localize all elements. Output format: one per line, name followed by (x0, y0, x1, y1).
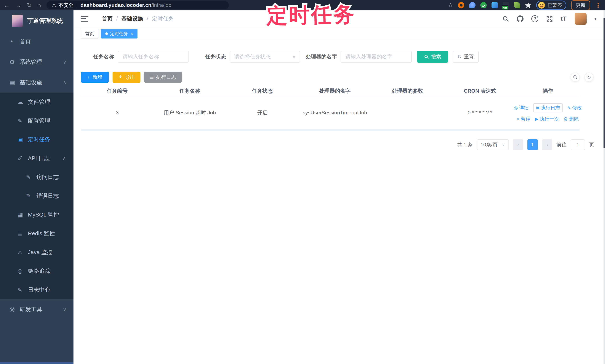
fullscreen-icon[interactable] (546, 15, 553, 22)
back-icon[interactable]: ← (4, 2, 10, 8)
sidebar-item-error-log[interactable]: ✎ 错误日志 (0, 187, 74, 205)
search-button-label: 搜索 (431, 53, 441, 60)
extension-icon-7[interactable] (525, 2, 531, 8)
breadcrumb-separator: / (147, 16, 148, 22)
sidebar-item-redis-monitor[interactable]: ≣ Redis 监控 (0, 224, 74, 243)
update-button[interactable]: 更新 (571, 0, 590, 10)
extension-icon-3[interactable] (480, 2, 487, 8)
reset-button[interactable]: ↻ 重置 (453, 51, 479, 63)
sidebar-item-home[interactable]: ◔ 首页 (0, 31, 74, 52)
page-size-select[interactable]: 10条/页 ∨ (477, 139, 509, 150)
execution-log-button[interactable]: ≣ 执行日志 (144, 72, 182, 83)
run-once-link[interactable]: ▶执行一次 (535, 116, 559, 122)
detail-link[interactable]: ◎详细 (514, 104, 529, 111)
refresh-button[interactable]: ↻ (585, 73, 593, 82)
help-icon[interactable]: ? (531, 15, 539, 22)
bookmark-star-icon[interactable]: ☆ (448, 2, 453, 9)
export-button[interactable]: 导出 (113, 72, 141, 83)
column-header: 任务编号 (81, 87, 154, 94)
sidebar-toggle-icon[interactable] (81, 16, 88, 22)
sidebar-item-mysql-monitor[interactable]: ▦ MySQL 监控 (0, 205, 74, 224)
profile-paused-chip[interactable]: 已暂停 (536, 0, 566, 10)
modify-link-label: 修改 (572, 104, 582, 111)
pause-link[interactable]: ×暂停 (517, 116, 530, 122)
goto-page-input[interactable] (571, 139, 585, 150)
home-icon[interactable]: ⌂ (37, 2, 41, 8)
github-icon[interactable] (517, 15, 524, 22)
sidebar-item-trace[interactable]: ◎ 链路追踪 (0, 262, 74, 281)
pagination-total: 共 1 条 (457, 141, 473, 148)
table-toolbar: + 新增 导出 ≣ 执行日志 ↻ (81, 71, 593, 83)
sidebar-item-scheduled-job[interactable]: ▣ 定时任务 (0, 130, 74, 149)
sidebar-item-infra[interactable]: ▤ 基础设施 ∧ (0, 72, 74, 93)
paused-label: 已暂停 (548, 2, 562, 9)
extension-icon-5[interactable]: on (503, 2, 509, 8)
current-page-button[interactable]: 1 (527, 139, 538, 150)
address-bar[interactable]: ⚠ 不安全 dashboard.yudao.iocoder.cn/infra/j… (47, 1, 229, 9)
extension-icon-2[interactable] (469, 2, 475, 8)
sidebar-item-java-monitor[interactable]: ♨ Java 监控 (0, 243, 74, 262)
forward-icon[interactable]: → (15, 2, 21, 8)
extension-on-badge: on (502, 5, 508, 10)
tab-home[interactable]: 首页 (81, 29, 98, 39)
execution-log-button-label: 执行日志 (156, 74, 176, 80)
goto-unit-label: 页 (589, 141, 594, 148)
cloud-upload-icon: ☁ (17, 99, 28, 105)
sidebar-item-system[interactable]: ⚙ 系统管理 ∨ (0, 52, 74, 72)
filter-form: 任务名称 任务状态 请选择任务状态 ∨ 处理器的名字 搜索 ↻ 重置 (74, 51, 605, 63)
handler-name-label: 处理器的名字 (306, 53, 337, 60)
gear-icon: ⚙ (9, 58, 20, 66)
tags-view-bar: 首页 定时任务 × (74, 27, 605, 40)
sidebar-item-label: API 日志 (28, 155, 50, 162)
sidebar-item-devtools[interactable]: ⚒ 研发工具 ∨ (0, 299, 74, 320)
cell-handler-name: sysUserSessionTimeoutJob (299, 109, 371, 117)
breadcrumb-item-infra[interactable]: 基础设施 (121, 15, 143, 23)
browser-menu-icon[interactable]: ⋮ (595, 1, 601, 9)
extension-icon-1[interactable] (458, 2, 464, 8)
user-avatar[interactable] (575, 13, 587, 25)
prev-page-button[interactable]: ‹ (513, 139, 523, 150)
sidebar-item-file-manage[interactable]: ☁ 文件管理 (0, 93, 74, 111)
search-icon[interactable] (502, 15, 509, 22)
add-button[interactable]: + 新增 (81, 72, 109, 83)
delete-link[interactable]: 删除 (564, 116, 579, 122)
breadcrumb-separator: / (116, 16, 118, 22)
extension-icon-6[interactable] (514, 2, 520, 8)
cell-job-name: 用户 Session 超时 Job (154, 109, 226, 116)
sidebar-item-access-log[interactable]: ✎ 访问日志 (0, 168, 74, 187)
sidebar-item-label: 错误日志 (37, 192, 59, 200)
omnibox-divider (77, 3, 77, 8)
sidebar-item-api-log[interactable]: ✐ API 日志 ∧ (0, 149, 74, 168)
search-toggle-button[interactable] (571, 73, 580, 82)
chevron-down-icon: ∨ (502, 142, 505, 147)
export-button-label: 导出 (125, 74, 135, 80)
handler-name-input[interactable] (341, 51, 412, 63)
next-page-button[interactable]: › (542, 139, 552, 150)
extension-icon-4[interactable] (491, 2, 498, 8)
close-icon[interactable]: × (131, 31, 133, 36)
main-area: 首页 / 基础设施 / 定时任务 ? tT ▾ 首页 定时任 (74, 10, 605, 364)
row-execution-log-link[interactable]: ≣执行日志 (533, 103, 563, 112)
security-chip[interactable]: ⚠ 不安全 (52, 2, 73, 9)
sidebar-item-log-center[interactable]: ✎ 日志中心 (0, 281, 74, 299)
scrollbar-thumb[interactable] (604, 18, 605, 148)
user-caret-icon[interactable]: ▾ (594, 16, 596, 21)
sidebar-item-label: MySQL 监控 (28, 211, 59, 219)
sidebar-item-label: 基础设施 (20, 79, 63, 86)
reload-icon[interactable]: ↻ (27, 2, 32, 8)
job-status-select[interactable]: 请选择任务状态 ∨ (230, 51, 300, 63)
table-bottom-strip (81, 130, 579, 131)
run-once-link-label: 执行一次 (540, 116, 559, 122)
sidebar-item-label: 访问日志 (37, 173, 59, 181)
tab-scheduled-job[interactable]: 定时任务 × (101, 29, 137, 39)
column-header: CRON 表达式 (444, 87, 516, 94)
job-name-input[interactable] (118, 51, 189, 63)
modify-link[interactable]: ✎修改 (567, 104, 582, 111)
sidebar-logo: 芋道管理系统 (0, 10, 74, 31)
search-button[interactable]: 搜索 (417, 51, 448, 63)
row-execution-log-label: 执行日志 (541, 104, 560, 111)
sidebar-item-config-manage[interactable]: ✎ 配置管理 (0, 111, 74, 130)
list-icon: ≣ (150, 74, 154, 80)
font-size-icon[interactable]: tT (561, 15, 567, 22)
breadcrumb-item-home[interactable]: 首页 (102, 15, 113, 23)
